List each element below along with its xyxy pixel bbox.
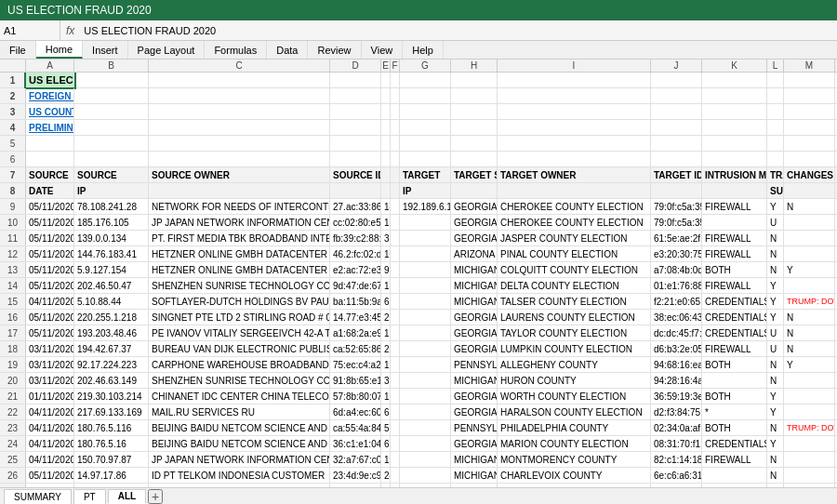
cell-C10[interactable]: JP JAPAN NETWORK INFORMATION CENTER	[149, 215, 330, 230]
cell-I13[interactable]: COLQUITT COUNTY ELECTION	[498, 262, 651, 277]
cell-K22[interactable]: *	[702, 405, 767, 419]
cell-F22[interactable]	[391, 405, 400, 419]
cell-H26[interactable]: MICHIGAN	[451, 468, 498, 483]
cell-E18[interactable]: 207.38.74.204	[381, 341, 391, 356]
cell-M3[interactable]	[784, 104, 835, 119]
cell-G21[interactable]	[400, 389, 451, 404]
cell-I6[interactable]	[498, 152, 651, 166]
cell-B21[interactable]: 219.30.103.214	[74, 389, 149, 404]
cell-M1[interactable]	[784, 73, 835, 87]
cell-M24[interactable]	[784, 436, 835, 451]
cell-H18[interactable]: GEORGIA	[451, 341, 498, 356]
cell-I9[interactable]: CHEROKEE COUNTY ELECTION	[498, 199, 651, 214]
cell-H13[interactable]: MICHIGAN	[451, 262, 498, 277]
cell-D3[interactable]	[330, 104, 381, 119]
cell-I19[interactable]: ALLEGHENY COUNTY	[498, 357, 651, 372]
cell-H9[interactable]: GEORGIA	[451, 199, 498, 214]
cell-E4[interactable]	[381, 120, 391, 135]
cell-L9[interactable]: Y	[767, 199, 784, 214]
cell-M18[interactable]: N	[784, 341, 835, 356]
cell-D12[interactable]: 46.2:fc:02:db:f7	[330, 246, 381, 261]
cell-K21[interactable]: BOTH	[702, 389, 767, 404]
cell-D16[interactable]: 14.77:e3:45:f2:c8	[330, 310, 381, 325]
cell-C24[interactable]: BEIJING BAIDU NETCOM SCIENCE AND TECHNOL	[149, 436, 330, 451]
cell-B1[interactable]	[74, 73, 149, 87]
cell-E21[interactable]: 162.221.183.17	[381, 389, 391, 404]
cell-K25[interactable]: FIREWALL	[702, 452, 767, 467]
cell-L12[interactable]: N	[767, 246, 784, 261]
cell-K27[interactable]: CREDENTIALS	[702, 484, 767, 487]
cell-B6[interactable]	[74, 152, 149, 166]
cell-D25[interactable]: 32:a7:67:c0:8e:0b	[330, 452, 381, 467]
ribbon-tab-page layout[interactable]: Page Layout	[128, 41, 206, 59]
cell-J6[interactable]	[651, 152, 702, 166]
cell-L25[interactable]: N	[767, 452, 784, 467]
cell-B4[interactable]	[74, 120, 149, 135]
cell-A24[interactable]: 04/11/2020 03:23	[26, 436, 74, 451]
cell-C5[interactable]	[149, 136, 330, 151]
cell-E3[interactable]	[381, 104, 391, 119]
cell-B19[interactable]: 92.17.224.223	[74, 357, 149, 372]
cell-H7[interactable]: TARGET STATE	[451, 167, 498, 182]
cell-J3[interactable]	[651, 104, 702, 119]
cell-J20[interactable]: 94:28:16:4a:c7:c5	[651, 373, 702, 388]
cell-G1[interactable]	[400, 73, 451, 87]
cell-L17[interactable]: U	[767, 325, 784, 340]
cell-D21[interactable]: 57:8b:80:07:2c:c6	[330, 389, 381, 404]
cell-L23[interactable]: N	[767, 420, 784, 435]
cell-B10[interactable]: 185.176.105	[74, 215, 149, 230]
cell-E16[interactable]: 207.38.74.12	[381, 310, 391, 325]
cell-I2[interactable]	[498, 88, 651, 103]
cell-M14[interactable]	[784, 278, 835, 293]
cell-F26[interactable]	[391, 468, 400, 483]
cell-M25[interactable]	[784, 452, 835, 467]
cell-J13[interactable]: a7:08:4b:0d:82:96	[651, 262, 702, 277]
cell-B22[interactable]: 217.69.133.169	[74, 405, 149, 419]
cell-J27[interactable]: 91:19:90:a5:ae:38:0b	[651, 484, 702, 487]
cell-I5[interactable]	[498, 136, 651, 151]
ribbon-tab-insert[interactable]: Insert	[83, 41, 128, 59]
cell-B2[interactable]	[74, 88, 149, 103]
cell-A2[interactable]: FOREIGN INTERFERENCE	[26, 88, 74, 103]
cell-D14[interactable]: 9d:47:de:67:e1:4b	[330, 278, 381, 293]
cell-C15[interactable]: SOFTLAYER-DUTCH HOLDINGS BV PAUL VAN VLI	[149, 294, 330, 309]
cell-F21[interactable]	[391, 389, 400, 404]
cell-H6[interactable]	[451, 152, 498, 166]
cell-D17[interactable]: a1:68:2a:e9:d1:31	[330, 325, 381, 340]
cell-L4[interactable]	[767, 120, 784, 135]
cell-C12[interactable]: HETZNER ONLINE GMBH DATACENTER FSN1-DC11	[149, 246, 330, 261]
cell-B24[interactable]: 180.76.5.16	[74, 436, 149, 451]
cell-C8[interactable]	[149, 183, 330, 198]
cell-E19[interactable]: 199.224.22.10	[381, 357, 391, 372]
cell-G23[interactable]	[400, 420, 451, 435]
cell-C9[interactable]: NETWORK FOR NEEDS OF INTERCONTINENTAL -	[149, 199, 330, 214]
cell-J7[interactable]: TARGET ID	[651, 167, 702, 182]
cell-D24[interactable]: 36:c1:e1:04:e6:cc	[330, 436, 381, 451]
cell-G7[interactable]: TARGET	[400, 167, 451, 182]
cell-E5[interactable]	[381, 136, 391, 151]
cell-K10[interactable]	[702, 215, 767, 230]
cell-K15[interactable]: CREDENTIALS	[702, 294, 767, 309]
cell-E11[interactable]: 35.194.94.20	[381, 231, 391, 245]
cell-K13[interactable]: BOTH	[702, 262, 767, 277]
cell-K17[interactable]: CREDENTIALS	[702, 325, 767, 340]
cell-F7[interactable]	[391, 167, 400, 182]
cell-F13[interactable]	[391, 262, 400, 277]
cell-C4[interactable]	[149, 120, 330, 135]
cell-G20[interactable]	[400, 373, 451, 388]
cell-H5[interactable]	[451, 136, 498, 151]
cell-L15[interactable]: Y	[767, 294, 784, 309]
cell-F17[interactable]	[391, 325, 400, 340]
name-box[interactable]: A1	[0, 20, 60, 40]
cell-M9[interactable]: N	[784, 199, 835, 214]
cell-J17[interactable]: dc:dc:45:f7:12:3c	[651, 325, 702, 340]
cell-E6[interactable]	[381, 152, 391, 166]
formula-content[interactable]: US ELECTION FRAUD 2020	[80, 25, 837, 36]
cell-K9[interactable]: FIREWALL	[702, 199, 767, 214]
cell-C25[interactable]: JP JAPAN NETWORK INFORMATION CENTER	[149, 452, 330, 467]
cell-G27[interactable]	[400, 484, 451, 487]
cell-A7[interactable]: SOURCE	[26, 167, 74, 182]
cell-J11[interactable]: 61:5e:ae:2f:d4:42	[651, 231, 702, 245]
cell-F16[interactable]	[391, 310, 400, 325]
cell-A13[interactable]: 05/11/2020 03:47	[26, 262, 74, 277]
